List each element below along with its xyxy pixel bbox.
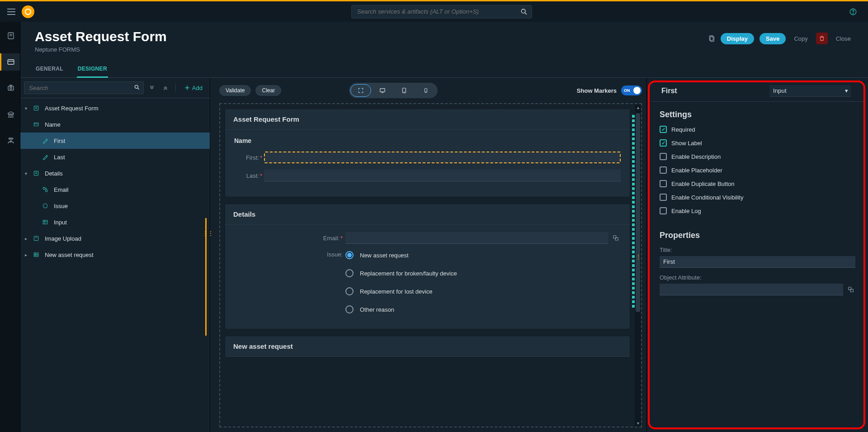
rail-item-3[interactable] <box>0 80 20 97</box>
value-help-icon[interactable] <box>611 233 621 243</box>
form-card-2[interactable]: Details Email:* <box>225 204 630 329</box>
close-button[interactable]: Close <box>833 35 854 43</box>
save-button[interactable]: Save <box>760 33 786 44</box>
tree-issue[interactable]: Issue <box>20 198 210 214</box>
tab-general[interactable]: GENERAL <box>35 61 64 77</box>
copy-button[interactable]: Copy <box>791 35 810 43</box>
setting-label: Enable Duplicate Button <box>671 180 734 187</box>
issue-option-2[interactable]: Replacement for broken/faulty device <box>345 269 457 277</box>
svg-rect-11 <box>9 85 12 86</box>
rail-item-2[interactable] <box>0 53 20 71</box>
canvas-toolbar: Validate Clear <box>219 82 642 99</box>
setting-enable-duplicate[interactable]: Enable Duplicate Button <box>660 180 855 187</box>
scroll-up-icon[interactable]: ▴ <box>635 105 641 110</box>
display-button[interactable]: Display <box>721 33 754 44</box>
rail-item-1[interactable] <box>0 27 20 44</box>
email-label: Email:* <box>234 235 343 242</box>
object-attribute-input[interactable] <box>660 284 843 295</box>
tree-image-upload[interactable]: ▸ Image Upload <box>20 230 210 247</box>
add-element-button[interactable]: Add <box>180 83 206 93</box>
tree-email[interactable]: Email <box>20 181 210 198</box>
checkbox-icon <box>660 207 667 214</box>
tree-label: Asset Request Form <box>45 105 99 112</box>
card-title: New asset request <box>225 336 630 357</box>
tree-label: Input <box>54 219 67 226</box>
table-icon <box>33 252 41 258</box>
tree-last[interactable]: Last <box>20 149 210 165</box>
expand-all-icon[interactable] <box>146 82 157 93</box>
device-fullscreen[interactable] <box>350 84 371 97</box>
tree-details[interactable]: ▾ Details <box>20 165 210 181</box>
setting-label: Enable Placeholder <box>671 167 722 174</box>
rail-item-4[interactable] <box>0 106 20 123</box>
global-search-input[interactable] <box>351 5 532 19</box>
setting-enable-log[interactable]: Enable Log <box>660 207 855 214</box>
form-card-3[interactable]: New asset request <box>225 336 630 357</box>
tree-input[interactable]: Input <box>20 214 210 230</box>
setting-label: Enable Description <box>671 153 721 160</box>
tree-new-asset[interactable]: ▸ New asset request <box>20 247 210 263</box>
setting-enable-description[interactable]: Enable Description <box>660 153 855 160</box>
email-input[interactable] <box>345 232 608 244</box>
selected-element-title: First <box>661 87 677 95</box>
app-area: Asset Request Form Neptune FORMS Display… <box>20 22 868 432</box>
form-icon <box>33 105 41 111</box>
logo-icon[interactable] <box>22 5 34 18</box>
device-phone[interactable] <box>415 84 436 97</box>
scroll-down-icon[interactable]: ▾ <box>635 421 641 426</box>
svg-point-0 <box>521 9 525 13</box>
form-card-1[interactable]: Asset Request Form Name First:* Last:* <box>225 109 630 197</box>
tab-designer[interactable]: DESIGNER <box>77 61 108 78</box>
export-icon[interactable] <box>708 35 715 42</box>
issue-option-4[interactable]: Other reason <box>345 305 457 313</box>
option-label: Other reason <box>360 306 394 313</box>
title-property-input[interactable] <box>660 256 855 268</box>
input-icon <box>42 154 50 160</box>
outline-panel: Add ▾ Asset Request Form Name First <box>20 78 210 432</box>
properties-panel: First Settings Required Show Label Enabl… <box>646 78 868 432</box>
tree-name[interactable]: Name <box>20 116 210 133</box>
tree-label: Issue <box>54 203 68 209</box>
search-icon[interactable] <box>134 84 140 90</box>
chevron-right-icon: ▸ <box>25 252 29 257</box>
element-type-select[interactable] <box>769 85 851 97</box>
drag-handle-right-icon[interactable] <box>635 253 640 266</box>
checkbox-icon <box>660 126 667 133</box>
setting-show-label[interactable]: Show Label <box>660 139 855 147</box>
rail-item-5[interactable] <box>0 132 20 149</box>
search-icon[interactable] <box>520 8 528 15</box>
delete-button[interactable] <box>816 33 828 44</box>
setting-enable-placeholder[interactable]: Enable Placeholder <box>660 166 855 174</box>
scroll-thumb[interactable] <box>636 113 640 312</box>
help-icon[interactable] <box>849 8 857 16</box>
option-label: New asset request <box>360 252 409 259</box>
value-help-icon[interactable] <box>846 285 855 294</box>
collapse-all-icon[interactable] <box>160 82 171 93</box>
radio-icon <box>345 251 354 259</box>
menu-icon[interactable] <box>7 9 15 15</box>
first-input[interactable] <box>264 152 621 163</box>
checkbox-icon <box>660 180 667 187</box>
tree-first[interactable]: First <box>20 133 210 149</box>
tree-form-root[interactable]: ▾ Asset Request Form <box>20 100 210 116</box>
svg-line-24 <box>138 88 139 90</box>
clear-button[interactable]: Clear <box>255 85 281 96</box>
outline-tree: ▾ Asset Request Form Name First Last <box>20 98 210 432</box>
svg-point-10 <box>9 87 12 90</box>
markers-toggle[interactable]: ON <box>621 85 642 95</box>
row-last: Last:* <box>234 170 621 181</box>
validate-button[interactable]: Validate <box>219 85 251 96</box>
device-desktop[interactable] <box>372 84 393 97</box>
last-input[interactable] <box>264 170 621 181</box>
issue-option-3[interactable]: Replacement for lost device <box>345 287 457 295</box>
outline-search-input[interactable] <box>24 81 144 94</box>
setting-required[interactable]: Required <box>660 126 855 133</box>
tree-label: Image Upload <box>45 235 81 242</box>
outline-search <box>24 81 144 94</box>
issue-option-1[interactable]: New asset request <box>345 251 457 259</box>
tab-bar: GENERAL DESIGNER <box>20 61 868 78</box>
svg-point-50 <box>404 92 405 92</box>
setting-enable-conditional[interactable]: Enable Conditional Visibility <box>660 194 855 201</box>
drag-handle-left-icon[interactable] <box>205 227 210 240</box>
device-tablet[interactable] <box>394 84 415 97</box>
